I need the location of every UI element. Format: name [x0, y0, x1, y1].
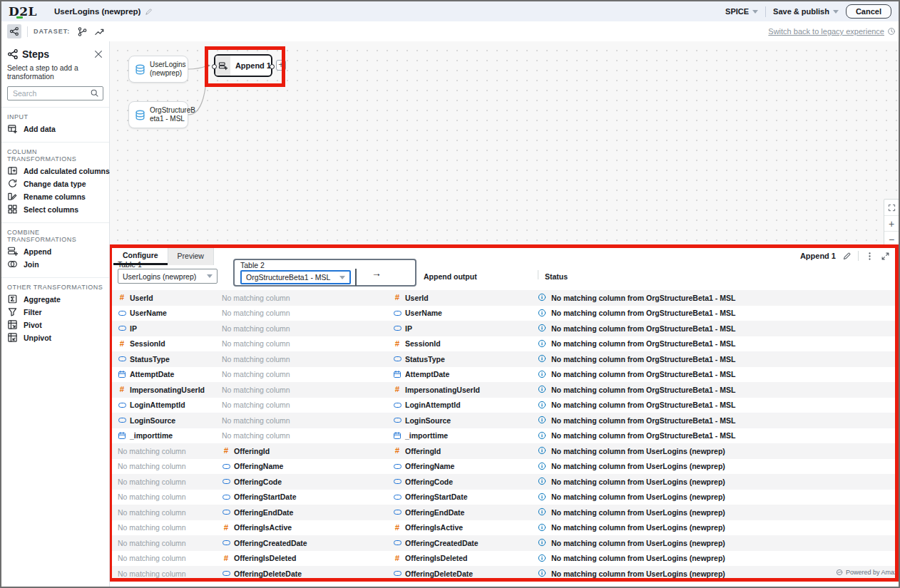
info-icon[interactable]	[538, 538, 547, 547]
column-name: OfferingName	[234, 462, 283, 470]
steps-panel-toggle-button[interactable]	[7, 24, 21, 38]
fit-to-screen-button[interactable]	[884, 200, 899, 215]
add-step-button[interactable]: +	[276, 60, 286, 71]
save-publish-button[interactable]: Save & publish	[773, 7, 839, 16]
append-output-cell: AttemptDate	[393, 370, 538, 378]
steps-search[interactable]	[7, 86, 103, 100]
sidebar-item-add-data[interactable]: Add data	[1, 123, 109, 135]
append-output-cell: #ImpersonatingUserId	[393, 386, 538, 394]
append-configure-panel: Configure Preview Append 1 Table 1 UserL…	[110, 246, 899, 587]
string-type-icon	[118, 356, 126, 361]
sidebar-item-append[interactable]: Append	[1, 245, 109, 258]
status-text: No matching column from UserLogins (newp…	[551, 462, 725, 470]
zoom-out-button[interactable]: −	[884, 231, 899, 247]
mapping-row-loginsource: LoginSourceNo matching columnLoginSource…	[110, 413, 899, 428]
analysis-view-button[interactable]	[93, 25, 106, 38]
search-input[interactable]	[11, 88, 90, 98]
input-port[interactable]	[212, 64, 217, 69]
sidebar-item-change-data-type[interactable]: Change data type	[1, 177, 109, 190]
sidebar-item-pivot[interactable]: Pivot	[1, 319, 109, 331]
column-name: SessionId	[405, 339, 441, 348]
append-output-cell: OfferingCreatedDate	[393, 539, 538, 547]
sidebar-item-aggregate[interactable]: Aggregate	[1, 293, 109, 306]
dataset-node-orgstructure[interactable]: OrgStructureBeta1 - MSL	[128, 101, 188, 128]
filter-icon	[7, 306, 18, 317]
info-icon[interactable]	[538, 339, 547, 349]
mapping-row-offeringcreateddate: No matching columnOfferingCreatedDateOff…	[110, 535, 899, 551]
info-icon[interactable]	[538, 523, 547, 532]
sidebar-item-filter[interactable]: Filter	[1, 306, 109, 319]
info-icon[interactable]	[538, 492, 547, 502]
sidebar-item-add-calculated-columns[interactable]: Add calculated columns	[1, 165, 109, 177]
info-icon[interactable]	[538, 507, 547, 517]
info-icon[interactable]	[538, 569, 547, 578]
table1-select[interactable]: UserLogins (newprep)	[118, 269, 218, 284]
sidebar-item-rename-columns[interactable]: Rename columns	[1, 190, 109, 203]
append-output-header: Append output	[424, 272, 477, 281]
mapping-row-offeringisactive: No matching column#OfferingIsActive#Offe…	[110, 520, 899, 536]
expand-panel-icon[interactable]	[881, 252, 890, 261]
column-name: OfferingStartDate	[234, 492, 297, 501]
cancel-button[interactable]: Cancel	[846, 4, 891, 19]
info-icon[interactable]	[538, 309, 547, 318]
string-type-icon	[222, 464, 230, 469]
output-port[interactable]	[270, 64, 275, 69]
add-data-icon	[7, 123, 18, 134]
info-icon[interactable]	[538, 446, 547, 455]
column-name: OfferingCode	[405, 478, 453, 486]
int-type-icon: #	[393, 386, 402, 394]
no-matching-column-label: No matching column	[118, 462, 186, 470]
tab-preview[interactable]: Preview	[168, 247, 214, 265]
info-icon[interactable]	[538, 354, 547, 363]
table2-cell: No matching column	[222, 401, 393, 409]
mapping-row-userid: #UserIdNo matching column#UserIdNo match…	[110, 290, 899, 306]
mapping-row-offeringenddate: No matching columnOfferingEndDateOfferin…	[110, 505, 899, 520]
table1-cell: No matching column	[110, 508, 222, 517]
info-icon[interactable]	[538, 416, 547, 425]
sidebar-item-unpivot[interactable]: Unpivot	[1, 331, 109, 344]
append-output-cell: #UserId	[393, 294, 538, 302]
flow-canvas[interactable]: UserLogins(newprep) OrgStructureBeta1 - …	[110, 41, 899, 587]
table2-cell: No matching column	[222, 431, 393, 440]
dataset-node-userlogins[interactable]: UserLogins(newprep)	[128, 56, 188, 83]
info-icon[interactable]	[538, 554, 547, 563]
info-icon[interactable]	[538, 401, 547, 410]
edit-title-pencil-icon[interactable]	[145, 8, 153, 16]
d2l-logo: D2L	[9, 6, 37, 18]
mapping-row-offeringcode: No matching columnOfferingCodeOfferingCo…	[110, 474, 899, 490]
sidebar-item-join[interactable]: Join	[1, 258, 109, 271]
app-header: D2L UserLogins (newprep) SPICE Save & pu…	[1, 1, 899, 21]
info-icon[interactable]	[538, 431, 547, 440]
append-output-cell: _importtime	[393, 431, 538, 440]
int-type-icon: #	[118, 294, 126, 302]
info-icon[interactable]	[538, 477, 547, 486]
steps-header: Steps	[1, 47, 109, 61]
mapping-row-attemptdate: AttemptDateNo matching columnAttemptDate…	[110, 367, 899, 383]
edit-step-name-pencil-icon[interactable]	[842, 252, 852, 261]
schema-view-button[interactable]	[76, 25, 88, 38]
string-type-icon	[118, 326, 126, 331]
info-icon[interactable]	[538, 385, 547, 394]
trend-icon	[94, 26, 105, 37]
no-matching-column-label: No matching column	[222, 309, 290, 317]
sidebar-item-select-columns[interactable]: Select columns	[1, 203, 109, 216]
append-step-node[interactable]: Append 1	[214, 54, 272, 77]
string-type-icon	[393, 403, 402, 408]
history-icon[interactable]	[887, 27, 896, 36]
info-icon[interactable]	[538, 293, 547, 302]
info-icon[interactable]	[538, 324, 547, 333]
legacy-experience-link[interactable]: Switch back to legacy experience	[768, 27, 884, 36]
mapping-row-offeringid: No matching column#OfferingId#OfferingId…	[110, 443, 899, 459]
zoom-in-button[interactable]: +	[884, 215, 899, 231]
column-name: OfferingCreatedDate	[234, 539, 307, 547]
table2-focus-box: Table 2 OrgStructureBeta1 - MSL →	[233, 259, 416, 287]
table2-select[interactable]: OrgStructureBeta1 - MSL	[240, 270, 351, 284]
status-cell: No matching column from UserLogins (newp…	[538, 538, 899, 547]
spice-dropdown[interactable]: SPICE	[725, 7, 758, 16]
info-icon[interactable]	[538, 462, 547, 471]
info-icon[interactable]	[538, 370, 547, 379]
no-matching-column-label: No matching column	[222, 401, 290, 409]
kebab-menu-icon[interactable]	[865, 252, 874, 261]
close-icon[interactable]	[93, 49, 103, 59]
column-mapping-table: #UserIdNo matching column#UserIdNo match…	[110, 290, 899, 587]
